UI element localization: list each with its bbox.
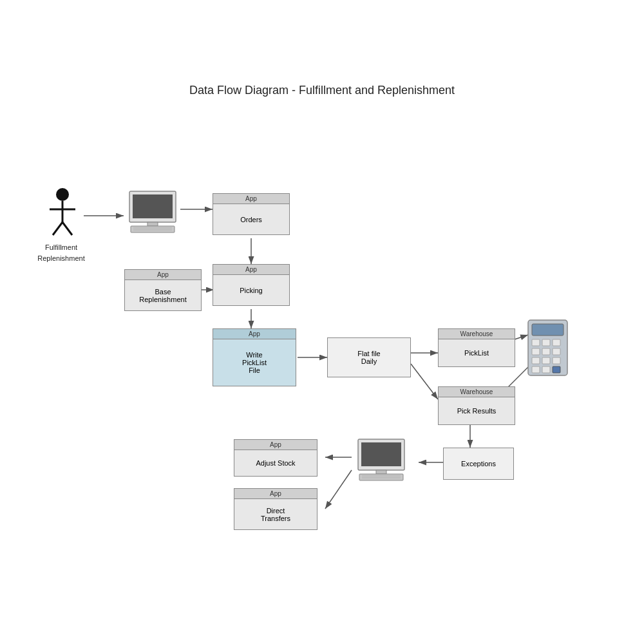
- svg-rect-23: [131, 226, 175, 232]
- svg-rect-42: [376, 470, 386, 474]
- svg-rect-38: [542, 366, 550, 373]
- exceptions-label: Exceptions: [461, 460, 496, 468]
- app-orders-box: App Orders: [213, 193, 290, 235]
- svg-rect-28: [532, 339, 540, 346]
- svg-rect-29: [542, 339, 550, 346]
- diagram-title: Data Flow Diagram - Fulfillment and Repl…: [0, 84, 644, 97]
- app-base-replenishment-box: App Base Replenishment: [124, 269, 202, 311]
- diagram-container: Data Flow Diagram - Fulfillment and Repl…: [0, 0, 644, 644]
- svg-rect-30: [553, 339, 560, 346]
- app-base-replenishment-header: App: [125, 270, 201, 280]
- computer-icon-1: [124, 190, 181, 235]
- svg-rect-27: [532, 324, 564, 336]
- flat-file-daily-label: Flat file Daily: [357, 350, 380, 365]
- app-direct-transfers-header: App: [234, 489, 317, 499]
- svg-rect-36: [553, 357, 560, 364]
- exceptions-box: Exceptions: [443, 448, 514, 480]
- person-icon: [46, 187, 79, 238]
- svg-rect-39: [553, 366, 560, 373]
- app-orders-header: App: [213, 194, 289, 204]
- svg-line-19: [62, 222, 72, 235]
- app-direct-transfers-box: App Direct Transfers: [234, 488, 317, 530]
- app-orders-body: Orders: [213, 204, 289, 234]
- app-write-picklist-box: App Write PickList File: [213, 328, 296, 386]
- svg-rect-21: [133, 194, 173, 218]
- svg-rect-34: [532, 357, 540, 364]
- app-adjust-stock-box: App Adjust Stock: [234, 439, 317, 477]
- warehouse-picklist-header: Warehouse: [439, 329, 515, 339]
- replenishment-label: Replenishment: [35, 254, 87, 262]
- svg-rect-32: [542, 348, 550, 355]
- computer-icon-2: [353, 438, 410, 483]
- app-direct-transfers-body: Direct Transfers: [234, 499, 317, 529]
- app-picking-body: Picking: [213, 275, 289, 305]
- warehouse-picklist-body: PickList: [439, 339, 515, 366]
- svg-line-14: [325, 470, 352, 509]
- svg-rect-31: [532, 348, 540, 355]
- warehouse-pick-results-header: Warehouse: [439, 387, 515, 397]
- svg-rect-41: [361, 442, 401, 466]
- svg-line-8: [411, 364, 438, 399]
- warehouse-picklist-box: Warehouse PickList: [438, 328, 515, 367]
- warehouse-pick-results-body: Pick Results: [439, 397, 515, 424]
- flat-file-daily: Flat file Daily: [327, 337, 411, 377]
- app-write-picklist-body: Write PickList File: [213, 339, 296, 386]
- app-write-picklist-header: App: [213, 329, 296, 339]
- app-adjust-stock-body: Adjust Stock: [234, 450, 317, 476]
- fulfillment-label: Fulfillment: [42, 243, 80, 251]
- svg-rect-37: [532, 366, 540, 373]
- app-picking-box: App Picking: [213, 264, 290, 306]
- warehouse-pick-results-box: Warehouse Pick Results: [438, 386, 515, 425]
- app-adjust-stock-header: App: [234, 440, 317, 450]
- svg-rect-43: [359, 474, 403, 480]
- svg-rect-35: [542, 357, 550, 364]
- app-base-replenishment-body: Base Replenishment: [125, 280, 201, 310]
- svg-rect-22: [147, 222, 158, 226]
- app-picking-header: App: [213, 265, 289, 275]
- calculator-icon: [527, 319, 569, 379]
- svg-rect-33: [553, 348, 560, 355]
- svg-point-15: [56, 188, 69, 201]
- svg-line-18: [53, 222, 62, 235]
